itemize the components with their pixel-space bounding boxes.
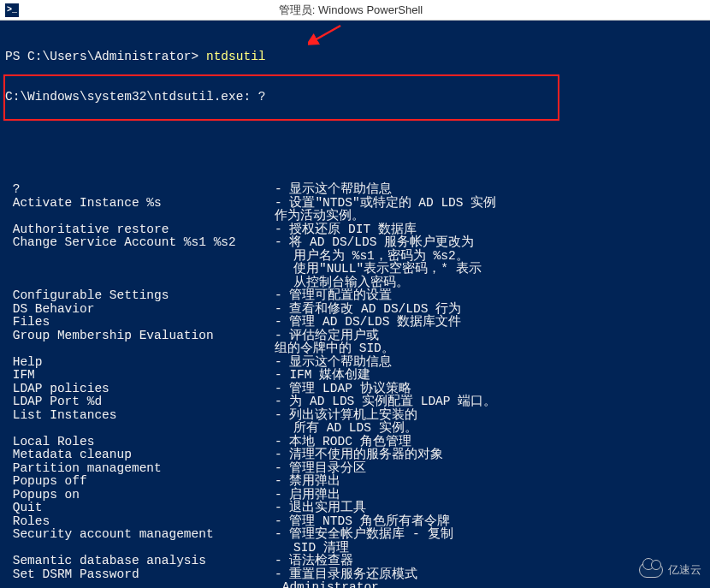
help-row: List Instances- 列出该计算机上安装的 [5,409,705,423]
help-row: Configurable Settings- 管理可配置的设置 [5,289,705,303]
help-row: ?- 显示这个帮助信息 [5,183,705,197]
help-row: Change Service Account %s1 %s2- 将 AD DS/… [5,236,705,250]
red-arrow-annotation [308,22,342,48]
help-row: 从控制台输入密码。 [5,276,705,290]
help-row: Authoritative restore- 授权还原 DIT 数据库 [5,223,705,237]
help-row: 用户名为 %s1，密码为 %s2。 [5,250,705,264]
help-row: Roles- 管理 NTDS 角色所有者令牌 [5,515,705,529]
help-row: Activate Instance %s- 设置"NTDS"或特定的 AD LD… [5,197,705,211]
help-row: SID 清理 [5,542,705,555]
terminal-area[interactable]: PS C:\Users\Administrator> ntdsutil C:\W… [0,21,710,588]
help-row: Files- 管理 AD DS/LDS 数据库文件 [5,316,705,330]
powershell-window: >_ 管理员: Windows PowerShell PS C:\Users\A… [0,0,710,588]
svg-line-1 [313,26,340,41]
prompt-line-2: C:\Windows\system32\ntdsutil.exe: ? [5,91,705,104]
help-row: Quit- 退出实用工具 [5,502,705,515]
help-row: Semantic database analysis- 语法检查器 [5,555,705,568]
watermark-text: 亿速云 [668,563,701,577]
help-row: IFM- IFM 媒体创建 [5,369,705,383]
prompt-line-1: PS C:\Users\Administrator> ntdsutil [5,50,705,64]
command-entered: ntdsutil [206,50,266,64]
cloud-icon [639,562,663,578]
help-row: Popups on- 启用弹出 [5,489,705,502]
help-row: Security account management- 管理安全帐户数据库 -… [5,528,705,542]
window-title: 管理员: Windows PowerShell [26,3,710,18]
help-row: LDAP policies- 管理 LDAP 协议策略 [5,383,705,396]
watermark: 亿速云 [639,562,701,578]
help-row: Group Membership Evaluation- 评估给定用户或 [5,330,705,343]
help-output: ?- 显示这个帮助信息 Activate Instance %s- 设置"NTD… [5,183,705,588]
help-row: LDAP Port %d- 为 AD LDS 实例配置 LDAP 端口。 [5,395,705,409]
help-row: Help- 显示这个帮助信息 [5,356,705,370]
help-row: 作为活动实例。 [5,210,705,223]
help-row: 所有 AD LDS 实例。 [5,422,705,436]
help-row: Metadata cleanup- 清理不使用的服务器的对象 [5,448,705,462]
help-row: 使用"NULL"表示空密码，* 表示 [5,263,705,276]
help-row: 组的令牌中的 SID。 [5,342,705,356]
help-row: Local Roles- 本地 RODC 角色管理 [5,436,705,449]
help-row: Popups off- 禁用弹出 [5,475,705,489]
powershell-icon: >_ [5,3,19,17]
help-row: Set DSRM Password- 重置目录服务还原模式 [5,568,705,582]
help-row: Administrator [5,581,705,588]
titlebar[interactable]: >_ 管理员: Windows PowerShell [0,0,710,21]
blank-line [5,130,705,144]
help-row: DS Behavior- 查看和修改 AD DS/LDS 行为 [5,303,705,317]
help-row: Partition management- 管理目录分区 [5,462,705,476]
